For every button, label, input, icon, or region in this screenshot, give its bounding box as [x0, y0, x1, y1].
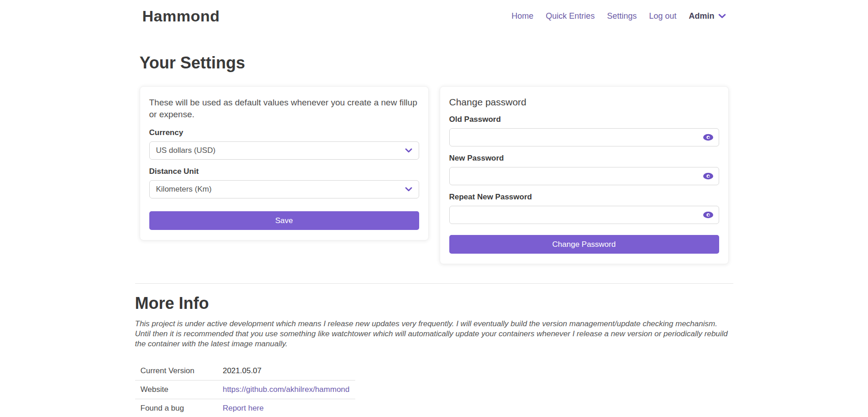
nav-logout[interactable]: Log out: [649, 11, 676, 21]
table-row: Website https://github.com/akhilrex/hamm…: [135, 381, 355, 399]
your-settings-section: Your Settings These will be used as defa…: [135, 53, 733, 264]
toggle-new-password-visibility[interactable]: [702, 172, 715, 181]
report-bug-link[interactable]: Report here: [223, 404, 264, 412]
more-info-section: More Info This project is under active d…: [135, 294, 733, 417]
distance-unit-select[interactable]: Kilometers (Km): [149, 180, 419, 198]
old-password-input[interactable]: [449, 128, 719, 146]
currency-selected-value: US dollars (USD): [156, 146, 216, 155]
eye-icon: [703, 211, 714, 219]
old-password-label: Old Password: [449, 115, 719, 124]
eye-icon: [703, 172, 714, 180]
new-password-input[interactable]: [449, 167, 719, 185]
section-divider: [135, 283, 733, 284]
top-navbar: Hammond Home Quick Entries Settings Log …: [0, 0, 868, 25]
info-row-label: Website: [135, 381, 217, 399]
distance-unit-label: Distance Unit: [149, 167, 419, 176]
current-version-value: 2021.05.07: [223, 366, 262, 375]
info-table: Current Version 2021.05.07 Website https…: [135, 362, 355, 417]
change-password-title: Change password: [449, 97, 719, 108]
save-button[interactable]: Save: [149, 211, 419, 230]
info-row-label: Found a bug: [135, 399, 217, 417]
defaults-card: These will be used as default values whe…: [140, 86, 429, 240]
currency-label: Currency: [149, 128, 419, 137]
change-password-card: Change password Old Password New Passwor…: [440, 86, 729, 264]
new-password-label: New Password: [449, 154, 719, 163]
distance-unit-selected-value: Kilometers (Km): [156, 185, 212, 194]
toggle-old-password-visibility[interactable]: [702, 133, 715, 142]
currency-select[interactable]: US dollars (USD): [149, 141, 419, 160]
repeat-new-password-input[interactable]: [449, 206, 719, 224]
eye-icon: [703, 134, 714, 141]
page-title: Your Settings: [140, 53, 729, 73]
change-password-button[interactable]: Change Password: [449, 235, 719, 254]
nav-quick-entries[interactable]: Quick Entries: [546, 11, 594, 21]
more-info-title: More Info: [135, 294, 733, 313]
nav-home[interactable]: Home: [511, 11, 533, 21]
main-nav: Home Quick Entries Settings Log out Admi…: [511, 11, 726, 21]
defaults-intro-text: These will be used as default values whe…: [149, 97, 419, 120]
chevron-down-icon: [405, 187, 412, 192]
table-row: Current Version 2021.05.07: [135, 362, 355, 381]
app-logo[interactable]: Hammond: [142, 7, 220, 25]
user-menu-label: Admin: [689, 11, 715, 21]
user-menu[interactable]: Admin: [689, 11, 726, 21]
development-note: This project is under active development…: [135, 319, 733, 349]
repeat-new-password-label: Repeat New Password: [449, 193, 719, 202]
nav-settings[interactable]: Settings: [607, 11, 637, 21]
chevron-down-icon: [718, 14, 726, 19]
table-row: Found a bug Report here: [135, 399, 355, 417]
info-row-label: Current Version: [135, 362, 217, 381]
website-link[interactable]: https://github.com/akhilrex/hammond: [223, 385, 350, 394]
chevron-down-icon: [405, 148, 412, 153]
toggle-repeat-password-visibility[interactable]: [702, 210, 715, 219]
